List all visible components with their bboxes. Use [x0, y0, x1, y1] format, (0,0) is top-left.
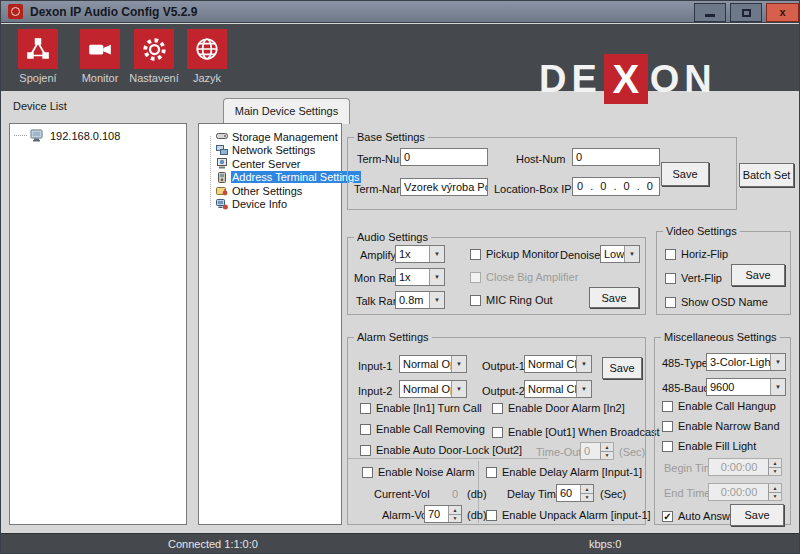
talk-range-dropdown[interactable]: 0.8m▼	[395, 291, 445, 309]
enable-call-removing-checkbox[interactable]: Enable Call Removing	[360, 423, 485, 435]
toolbar-item-monitor[interactable]: Monitor	[71, 29, 129, 84]
settings-tree-panel[interactable]: Storage Management Network Settings Cent…	[198, 123, 342, 525]
connect-button[interactable]	[18, 29, 58, 69]
end-time-spinner: 0:00:00 ▲▼	[708, 483, 782, 501]
vert-flip-checkbox[interactable]: Vert-Flip	[665, 272, 722, 284]
enable-door-alarm-checkbox[interactable]: Enable Door Alarm [In2]	[492, 402, 625, 414]
storage-icon	[216, 131, 228, 142]
delay-time-spinner[interactable]: 60 ▲▼	[556, 484, 594, 502]
enable-noise-alarm-checkbox[interactable]: Enable Noise Alarm	[362, 466, 475, 478]
chevron-down-icon: ▼	[451, 356, 466, 372]
checkbox-box	[486, 510, 497, 521]
monitor-button[interactable]	[80, 29, 120, 69]
kbps-status: kbps:0	[589, 538, 621, 550]
term-name-input[interactable]: Vzorek výroba PoE + a	[400, 178, 488, 196]
toolbar-label: Nastavení	[129, 72, 179, 84]
network-settings-icon	[216, 145, 228, 156]
logo-x-mark: X	[604, 54, 648, 104]
audio-save-button[interactable]: Save	[589, 287, 639, 308]
denoise-dropdown[interactable]: Low▼	[600, 245, 640, 263]
batch-set-button[interactable]: Batch Set	[739, 163, 794, 187]
mon-range-dropdown[interactable]: 1x▼	[395, 268, 445, 286]
enable-unpack-alarm-checkbox[interactable]: Enable Unpack Alarm [input-1]	[486, 509, 651, 521]
globe-icon	[194, 36, 220, 62]
auto-answer-checkbox[interactable]: Auto Answer	[662, 510, 740, 522]
host-num-input[interactable]: 0	[572, 148, 660, 166]
alarm-settings-title: Alarm Settings	[354, 331, 432, 343]
checkbox-box	[470, 295, 481, 306]
language-button[interactable]	[187, 29, 227, 69]
tree-item-other-settings[interactable]: Other Settings	[205, 184, 339, 198]
device-list-item[interactable]: 192.168.0.108	[14, 129, 120, 142]
base-save-button[interactable]: Save	[661, 162, 709, 186]
enable-fill-light-checkbox[interactable]: Enable Fill Light	[662, 440, 756, 452]
network-icon	[25, 36, 51, 62]
enable-narrow-band-checkbox[interactable]: Enable Narrow Band	[662, 420, 780, 432]
location-box-ip-input[interactable]: 0 . 0 . 0 . 0	[572, 177, 660, 196]
maximize-icon	[742, 9, 751, 17]
485-type-label: 485-Type	[662, 357, 708, 369]
current-vol-unit: (db)	[467, 488, 487, 500]
status-bar: Connected 1:1:0:0 kbps:0	[1, 533, 799, 554]
chevron-down-icon: ▼	[576, 356, 591, 372]
misc-settings-title: Miscellaneous Settings	[661, 331, 780, 343]
titlebar: Dexon IP Audio Config V5.2.9 x	[1, 1, 799, 23]
settings-button[interactable]	[134, 29, 174, 69]
camera-icon	[87, 36, 113, 62]
device-list-panel[interactable]: 192.168.0.108	[9, 123, 187, 525]
tree-item-storage-management[interactable]: Storage Management	[205, 130, 339, 144]
misc-save-button[interactable]: Save	[730, 504, 784, 526]
toolbar-item-connect[interactable]: Spojení	[9, 29, 67, 84]
enable-call-hangup-checkbox[interactable]: Enable Call Hangup	[662, 400, 776, 412]
485-baud-dropdown[interactable]: 9600▼	[706, 378, 786, 396]
mic-ring-out-checkbox[interactable]: MIC Ring Out	[470, 294, 553, 306]
current-vol-value: 0	[452, 488, 458, 500]
checkbox-box	[492, 427, 503, 438]
input1-dropdown[interactable]: Normal Open▼	[399, 355, 467, 373]
audio-settings-group: Audio Settings Amplify 1x▼ Pickup Monito…	[347, 237, 646, 315]
video-save-button[interactable]: Save	[731, 264, 785, 286]
window-title: Dexon IP Audio Config V5.2.9	[30, 5, 197, 19]
timeout-label: Time-Out	[536, 446, 581, 458]
tree-item-network-settings[interactable]: Network Settings	[205, 144, 339, 158]
base-settings-title: Base Settings	[354, 131, 428, 143]
show-osd-name-checkbox[interactable]: Show OSD Name	[665, 296, 768, 308]
base-settings-group: Base Settings Term-Num 0 Host-Num 0 Term…	[347, 137, 737, 210]
checkbox-box	[662, 511, 673, 522]
enable-auto-door-lock-checkbox[interactable]: Enable Auto Door-Lock [Out2]	[360, 444, 522, 456]
alarm-save-button[interactable]: Save	[602, 357, 642, 379]
485-type-dropdown[interactable]: 3-Color-Light▼	[706, 353, 786, 371]
device-ip-label: 192.168.0.108	[50, 130, 120, 142]
output1-dropdown[interactable]: Normal Close▼	[524, 355, 592, 373]
minimize-button[interactable]	[694, 3, 726, 22]
alarm-vol-label: Alarm-Vol	[382, 509, 430, 521]
app-window: Dexon IP Audio Config V5.2.9 x Spojení M…	[0, 0, 800, 554]
tree-item-center-server[interactable]: Center Server	[205, 157, 339, 171]
toolbar-item-language[interactable]: Jazyk	[179, 29, 235, 84]
amplify-dropdown[interactable]: 1x▼	[395, 245, 445, 263]
enable-in1-turn-call-checkbox[interactable]: Enable [In1] Turn Call	[360, 402, 482, 414]
tree-item-address-terminal-settings[interactable]: Address Terminal Settings	[205, 171, 339, 185]
device-list-header: Device List	[13, 100, 67, 112]
output1-label: Output-1	[482, 360, 525, 372]
spinner-arrows-icon: ▲▼	[580, 485, 593, 501]
maximize-button[interactable]	[730, 3, 762, 22]
tab-main-device-settings[interactable]: Main Device Settings	[223, 98, 350, 124]
output2-dropdown[interactable]: Normal Close▼	[524, 380, 592, 398]
spinner-arrows-icon: ▲▼	[448, 506, 461, 522]
enable-out1-broadcast-checkbox[interactable]: Enable [Out1] When Broadcast	[492, 426, 660, 438]
spinner-arrows-icon: ▲▼	[768, 459, 781, 475]
alarm-vol-spinner[interactable]: 70 ▲▼	[424, 505, 462, 523]
video-settings-group: Video Settings Horiz-Flip Vert-Flip Save…	[656, 231, 791, 315]
alarm-vol-unit: (db)	[467, 509, 487, 521]
pickup-monitor-checkbox[interactable]: Pickup Monitor	[470, 248, 559, 260]
terminal-icon	[216, 172, 228, 183]
input2-dropdown[interactable]: Normal Open▼	[399, 380, 467, 398]
connection-status: Connected 1:1:0:0	[168, 538, 258, 550]
horiz-flip-checkbox[interactable]: Horiz-Flip	[665, 248, 728, 260]
tree-item-device-info[interactable]: Device Info	[205, 198, 339, 212]
toolbar-item-settings[interactable]: Nastavení	[123, 29, 185, 84]
enable-delay-alarm-checkbox[interactable]: Enable Delay Alarm [Input-1]	[486, 466, 642, 478]
term-num-input[interactable]: 0	[400, 148, 488, 166]
close-button[interactable]: x	[766, 3, 799, 22]
